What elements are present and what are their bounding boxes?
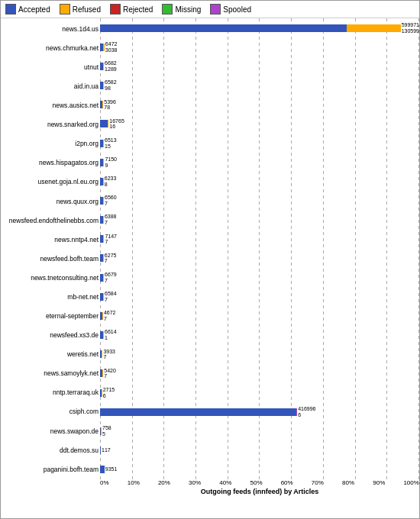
bar-value-label: 16765 16 <box>109 118 124 130</box>
legend-label-refused: Refused <box>73 5 101 14</box>
bar-value-label: 6584 7 <box>105 291 117 302</box>
bar-value-label: 6275 7 <box>105 253 117 264</box>
bar-accepted <box>100 24 347 32</box>
bar-value-label: 6679 7 <box>105 272 117 283</box>
legend-color-spooled <box>210 4 221 15</box>
x-tick: 0% <box>100 479 109 486</box>
x-tick: 60% <box>281 479 293 486</box>
bar-value-label: 5420 7 <box>104 368 116 379</box>
bar-value-label: 6560 7 <box>105 195 117 206</box>
bar-accepted <box>100 446 101 454</box>
y-label: eternal-september <box>4 310 99 324</box>
x-tick: 30% <box>189 479 201 486</box>
x-tick: 10% <box>128 479 140 486</box>
x-tick: 80% <box>342 479 354 486</box>
x-tick: 100% <box>403 479 418 486</box>
bar-accepted <box>100 120 108 127</box>
x-tick: 70% <box>312 479 324 486</box>
bar-refused <box>103 235 104 243</box>
bar-value-label: 2715 6 <box>103 387 115 398</box>
bar-row: 6233 8 <box>100 175 419 189</box>
chart-area: news.1d4.usnews.chmurka.netutnutaid.in.u… <box>1 18 419 496</box>
x-tick: 40% <box>219 479 231 486</box>
bar-value-label: 6582 98 <box>105 79 117 91</box>
x-ticks: 0%10%20%30%40%50%60%70%80%90%100% <box>100 479 419 486</box>
y-label: newsfeed.xs3.de <box>4 329 99 343</box>
y-label: newsfeed.endofthelinebbs.com <box>4 214 99 227</box>
bar-refused <box>103 274 104 282</box>
bar-refused <box>102 101 103 108</box>
legend-label-accepted: Accepted <box>18 5 50 14</box>
bar-row: 6614 1 <box>100 328 419 342</box>
bar-row: 3933 7 <box>100 347 419 361</box>
bar-value-label: 6614 1 <box>105 329 117 340</box>
bar-row: 6513 15 <box>100 137 419 150</box>
bar-value-label: 117 <box>102 447 111 453</box>
bar-row: 6584 7 <box>100 290 419 304</box>
bar-value-label: 5396 78 <box>104 99 116 111</box>
y-label: news.ausics.net <box>4 99 99 113</box>
bar-value-label: 6472 3038 <box>105 41 118 53</box>
bar-row: 6582 98 <box>100 79 419 92</box>
y-label: news.quux.org <box>4 195 99 208</box>
bar-row: 416996 6 <box>100 405 419 419</box>
bar-refused <box>103 254 104 262</box>
bar-refused <box>103 331 104 339</box>
bar-refused <box>103 82 104 89</box>
bar-value-label: 6233 8 <box>105 176 117 187</box>
y-label: news.hispagatos.org <box>4 156 99 170</box>
bar-refused <box>102 369 103 377</box>
bar-value-label: 7147 7 <box>105 234 117 245</box>
bar-value-label: 6388 7 <box>105 214 117 225</box>
bar-row: 4672 7 <box>100 309 419 323</box>
legend: AcceptedRefusedRejectedMissingSpooled <box>1 1 419 18</box>
y-label: paganini.bofh.team <box>4 463 99 476</box>
bar-value-label: 3933 7 <box>103 349 115 360</box>
bar-refused <box>103 159 104 166</box>
bar-refused <box>103 293 104 301</box>
y-label: news.snarked.org <box>4 118 99 132</box>
bar-value-label: 6513 15 <box>105 137 117 149</box>
legend-item-refused: Refused <box>60 4 101 15</box>
y-label: mb-net.net <box>4 291 99 305</box>
bar-refused <box>101 427 102 435</box>
bar-row: 5420 7 <box>100 366 419 380</box>
y-label: aid.in.ua <box>4 80 99 94</box>
bar-row: 9351 <box>100 463 419 476</box>
y-label: i2pn.org <box>4 137 99 151</box>
y-label: newsfeed.bofh.team <box>4 252 99 266</box>
y-label: news.1d4.us <box>4 23 99 37</box>
x-tick: 90% <box>373 479 385 486</box>
bar-row: 6472 3038 <box>100 40 419 54</box>
legend-item-rejected: Rejected <box>110 4 153 15</box>
y-label: news.tnetconsulting.net <box>4 272 99 285</box>
y-label: csiph.com <box>4 405 99 419</box>
bar-refused <box>102 312 103 320</box>
bar-row: 6560 7 <box>100 194 419 208</box>
bar-row: 6682 1289 <box>100 60 419 73</box>
bar-row: 6388 7 <box>100 213 419 227</box>
x-axis: 0%10%20%30%40%50%60%70%80%90%100% Outgoi… <box>100 479 419 496</box>
legend-label-spooled: Spooled <box>223 5 251 14</box>
bar-value-label: 9351 <box>105 466 118 472</box>
bar-row: 6275 7 <box>100 251 419 265</box>
bar-row: 7150 9 <box>100 156 419 169</box>
bar-refused <box>103 44 105 51</box>
bar-refused <box>103 178 104 185</box>
bar-accepted <box>100 466 105 473</box>
chart-container: AcceptedRefusedRejectedMissingSpooled ne… <box>0 0 420 519</box>
legend-label-missing: Missing <box>175 5 201 14</box>
bar-refused <box>103 63 104 70</box>
bar-refused <box>108 120 108 127</box>
bar-value-label: 7150 9 <box>105 156 117 168</box>
bars-section: 599971 1305996472 30386682 12896582 9853… <box>100 18 419 496</box>
bar-row: 7147 7 <box>100 232 419 246</box>
legend-item-spooled: Spooled <box>210 4 251 15</box>
bar-accepted <box>100 408 296 416</box>
bar-row: 2715 6 <box>100 386 419 400</box>
bar-refused <box>347 24 400 32</box>
legend-label-rejected: Rejected <box>123 5 153 14</box>
bar-row: 599971 130599 <box>100 21 419 35</box>
legend-item-missing: Missing <box>162 4 201 15</box>
y-label: ddt.demos.su <box>4 443 99 457</box>
